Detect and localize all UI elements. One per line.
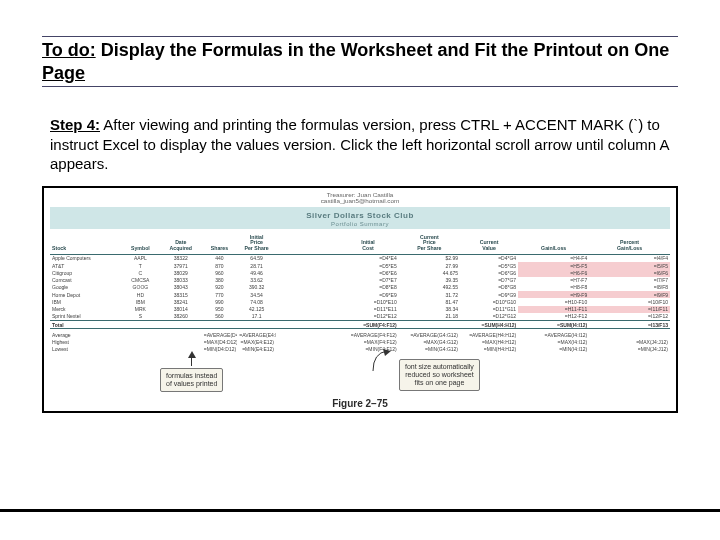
stats-row: Highest=MAX(D4:D12)=MAX(E4:E12)=MAX(F4:F… [50, 339, 670, 346]
cell: 440 [202, 254, 238, 262]
cell [121, 346, 160, 353]
cell: AAPL [121, 254, 160, 262]
cell: =D8*G8 [460, 284, 518, 291]
cell: =D7*G7 [460, 277, 518, 284]
cell: =I10/F10 [589, 298, 670, 305]
col-header: Shares [202, 231, 238, 255]
cell: =D4*G4 [460, 254, 518, 262]
cell [276, 339, 337, 346]
step-paragraph: Step 4: After viewing and printing the f… [50, 115, 670, 174]
cell: Highest [50, 339, 121, 346]
title-todo: To do: [42, 40, 96, 60]
cell: S [121, 313, 160, 321]
cell: Lowest [50, 346, 121, 353]
cell: 49.46 [237, 269, 276, 276]
cell: 380 [202, 277, 238, 284]
col-header: InitialPricePer Share [237, 231, 276, 255]
cell [276, 346, 337, 353]
cell: =H11-F11 [518, 306, 589, 313]
cell: MRK [121, 306, 160, 313]
callout-left: formulas insteadof values printed [160, 368, 223, 392]
cell: 960 [202, 269, 238, 276]
col-header: PercentGain/Loss [589, 231, 670, 255]
cell: =SUM(H4:H12) [460, 321, 518, 329]
figure-caption: Figure 2–75 [50, 398, 670, 409]
cell: =H4-F4 [518, 254, 589, 262]
cell: =I11/F11 [589, 306, 670, 313]
cell: Comcast [50, 277, 121, 284]
table-row: Home DepotHD3831577034.54=D9*E931.72=D9*… [50, 291, 670, 298]
cell: =AVERAGE(F4:F12) [337, 331, 398, 338]
cell [276, 254, 337, 262]
cell: 950 [202, 306, 238, 313]
stats-row: Average=AVERAGE(D4:D12)=AVERAGE(E4:E12)=… [50, 331, 670, 338]
title-page: Page [42, 63, 85, 83]
top-rule [42, 36, 678, 37]
cell: =D6*G6 [460, 269, 518, 276]
cell: 42.125 [237, 306, 276, 313]
cell: $2.99 [399, 254, 460, 262]
table-header-row: StockSymbolDateAcquiredSharesInitialPric… [50, 231, 670, 255]
cell: 38322 [160, 254, 202, 262]
cell: IBM [50, 298, 121, 305]
table-row: CitigroupC3802996049.46=D6*E644.675=D6*G… [50, 269, 670, 276]
step-lead: Step 4: [50, 116, 100, 133]
cell: =MAX(F4:F12) [337, 339, 398, 346]
cell: 38014 [160, 306, 202, 313]
figure-frame: Treasurer: Juan Castilla castilla_juan5@… [42, 186, 678, 414]
page-title: To do: Display the Formulas in the Works… [42, 39, 678, 84]
step-body: After viewing and printing the formulas … [50, 116, 669, 172]
cell: 390.32 [237, 284, 276, 291]
cell: =I5/F5 [589, 262, 670, 269]
cell [202, 321, 238, 329]
cell: Citigroup [50, 269, 121, 276]
cell: =MIN(E4:E12) [237, 346, 276, 353]
cell: =D7*E7 [337, 277, 398, 284]
cell [160, 331, 202, 338]
cell: =H6-F6 [518, 269, 589, 276]
cell: =I8/F8 [589, 284, 670, 291]
cell: 870 [202, 262, 238, 269]
cell: 38033 [160, 277, 202, 284]
cell: 64.59 [237, 254, 276, 262]
cell: 38241 [160, 298, 202, 305]
cell: =H7-F7 [518, 277, 589, 284]
title-block: To do: Display the Formulas in the Works… [42, 39, 678, 87]
cell [121, 339, 160, 346]
callout-left-group: formulas insteadof values printed [160, 351, 223, 392]
arrow-up-icon [160, 351, 223, 366]
cell: =D10*G10 [460, 298, 518, 305]
table-row: IBMIBM3824199074.08=D10*E1081.47=D10*G10… [50, 298, 670, 305]
col-header [276, 231, 337, 255]
cell: =MAX(D4:D12) [202, 339, 238, 346]
cell: 38043 [160, 284, 202, 291]
cell [276, 331, 337, 338]
cell [276, 313, 337, 321]
cell: =SUM(F4:F12) [337, 321, 398, 329]
cell: C [121, 269, 160, 276]
cell: =MAX(H4:H12) [460, 339, 518, 346]
cell: 27.99 [399, 262, 460, 269]
cell: =H10-F10 [518, 298, 589, 305]
cell: 21.18 [399, 313, 460, 321]
cell: =H8-F8 [518, 284, 589, 291]
cell: =D5*G5 [460, 262, 518, 269]
col-header: Gain/Loss [518, 231, 589, 255]
cell: 74.08 [237, 298, 276, 305]
cell: =SUM(I4:I12) [518, 321, 589, 329]
cell: 990 [202, 298, 238, 305]
col-header: InitialCost [337, 231, 398, 255]
stats-table: Average=AVERAGE(D4:D12)=AVERAGE(E4:E12)=… [50, 331, 670, 353]
cell [276, 321, 337, 329]
cell: =MIN(I4:I12) [518, 346, 589, 353]
cell: =H5-F5 [518, 262, 589, 269]
total-row: Total=SUM(F4:F12)=SUM(H4:H12)=SUM(I4:I12… [50, 321, 670, 329]
portfolio-table: StockSymbolDateAcquiredSharesInitialPric… [50, 231, 670, 330]
cell: =I6/F6 [589, 269, 670, 276]
cell: Average [50, 331, 121, 338]
cell [399, 321, 460, 329]
cell: Apple Computers [50, 254, 121, 262]
cell: Google [50, 284, 121, 291]
cell [276, 269, 337, 276]
cell: =D12*G12 [460, 313, 518, 321]
